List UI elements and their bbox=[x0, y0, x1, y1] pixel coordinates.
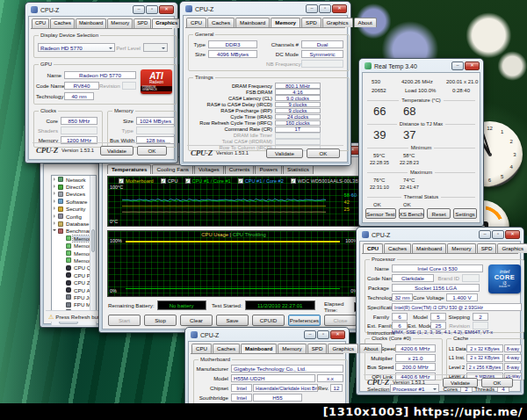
cpuz-tab[interactable]: Mainboard bbox=[412, 243, 446, 253]
checkbox-checked-icon[interactable]: ✓ bbox=[119, 178, 124, 184]
minimize-button[interactable]: – bbox=[133, 5, 145, 14]
cpuz-titlebar[interactable]: CPU-Z – ▫ ✕ bbox=[185, 328, 349, 341]
checkbox-checked-icon[interactable]: ✓ bbox=[291, 178, 296, 184]
validate-button[interactable]: Validate bbox=[443, 378, 478, 387]
close-button[interactable]: ✕ bbox=[465, 62, 480, 70]
cpuz-tab[interactable]: CPU bbox=[32, 18, 49, 28]
close-button[interactable]: ✕ bbox=[330, 330, 345, 339]
scrollbar-thumb[interactable] bbox=[91, 229, 95, 252]
cpuz-tab[interactable]: About bbox=[354, 18, 377, 27]
monitor-button[interactable]: Clear bbox=[180, 315, 213, 326]
cpuz-tab[interactable]: Graphics bbox=[497, 243, 527, 253]
realtemp-button[interactable]: XS Bench bbox=[399, 208, 425, 219]
cpuz-tab[interactable]: About bbox=[359, 344, 382, 353]
monitor-button[interactable]: Close bbox=[324, 315, 357, 326]
mem-type-value: DDR3 bbox=[208, 40, 257, 48]
checkbox-checked-icon[interactable]: ✓ bbox=[185, 178, 191, 184]
twisty-icon[interactable] bbox=[61, 265, 65, 270]
perf-level-dropdown[interactable] bbox=[143, 43, 168, 52]
cpuz-tab[interactable]: CPU bbox=[186, 18, 206, 27]
realtemp-titlebar[interactable]: Real Temp 3.40 – ✕ bbox=[359, 59, 483, 72]
cpuz-tab[interactable]: CPU bbox=[191, 344, 212, 353]
desktop: 121234567891011 Network bbox=[0, 0, 527, 403]
cpuz-tab[interactable]: SPD bbox=[307, 344, 328, 353]
checkbox-checked-icon[interactable]: ✓ bbox=[161, 178, 166, 184]
twisty-icon[interactable] bbox=[53, 185, 57, 189]
ok-button[interactable]: OK bbox=[481, 378, 513, 387]
minimize-button[interactable]: – bbox=[479, 230, 491, 239]
twisty-icon[interactable] bbox=[53, 228, 57, 233]
cpuz-tab[interactable]: Mainboard bbox=[235, 18, 270, 27]
checkbox-checked-icon[interactable]: ✓ bbox=[238, 178, 243, 184]
cpuz-tab[interactable]: Caches bbox=[50, 18, 75, 28]
monitor-button[interactable]: Stop bbox=[144, 315, 177, 326]
cpuz-titlebar[interactable]: CPU-Z – ▫ ✕ bbox=[357, 228, 523, 241]
realtemp-button[interactable]: Reset bbox=[427, 208, 451, 219]
monitor-tab[interactable]: Temperatures bbox=[107, 164, 151, 174]
maximize-button[interactable]: ▫ bbox=[492, 230, 504, 239]
cpuz-tab[interactable]: Caches bbox=[213, 344, 240, 353]
twisty-icon[interactable] bbox=[53, 192, 57, 196]
twisty-icon[interactable] bbox=[61, 288, 65, 293]
legend-item[interactable]: ✓ CPU #1 / Core #1 bbox=[185, 178, 231, 184]
minimize-button[interactable]: – bbox=[306, 4, 318, 13]
close-button[interactable]: ✕ bbox=[159, 5, 174, 14]
cpuz-tab[interactable]: SPD bbox=[301, 18, 321, 27]
cpuz-tab[interactable]: CPU bbox=[363, 243, 383, 253]
legend-item[interactable]: ✓ WDC WD5001AALS-00L3B2 bbox=[291, 178, 361, 184]
cpuz-tab[interactable]: Memory bbox=[447, 243, 475, 253]
monitor-button[interactable]: Save bbox=[216, 315, 249, 326]
minimize-button[interactable]: – bbox=[304, 330, 316, 339]
twisty-icon[interactable] bbox=[61, 280, 65, 285]
validate-button[interactable]: Validate bbox=[100, 146, 134, 156]
cpuz-titlebar[interactable]: CPU-Z – ▫ ✕ bbox=[180, 2, 350, 15]
realtemp-button[interactable]: Settings bbox=[453, 208, 477, 219]
legend-item[interactable]: ✓ Motherboard bbox=[119, 178, 154, 184]
monitor-button[interactable]: Preferences bbox=[288, 315, 321, 326]
cpuz-tab[interactable]: Memory bbox=[107, 18, 133, 28]
cpuz-tab[interactable]: Graphics bbox=[322, 18, 353, 27]
twisty-icon[interactable] bbox=[61, 243, 65, 248]
maximize-button[interactable]: ▫ bbox=[146, 5, 158, 14]
southbridge-label: Southbridge bbox=[196, 395, 231, 401]
cpuz-tab[interactable]: Caches bbox=[384, 243, 411, 253]
cpuz-tab[interactable]: Memory bbox=[271, 18, 300, 27]
twisty-icon[interactable] bbox=[53, 214, 57, 219]
cpuz-tab[interactable]: Caches bbox=[207, 18, 235, 27]
cpuz-tab[interactable]: Mainboard bbox=[241, 344, 277, 353]
tree-vertical-scrollbar[interactable] bbox=[90, 176, 96, 317]
monitor-button[interactable]: Start bbox=[108, 315, 141, 326]
twisty-icon[interactable] bbox=[61, 302, 65, 307]
maximize-button[interactable]: ▫ bbox=[317, 330, 329, 339]
cpuz-tab[interactable]: SPD bbox=[477, 243, 497, 253]
twisty-icon[interactable] bbox=[53, 206, 57, 211]
ok-button[interactable]: OK bbox=[307, 148, 340, 158]
twisty-icon[interactable] bbox=[61, 236, 65, 241]
ok-button[interactable]: OK bbox=[137, 146, 167, 156]
cpuz-tab[interactable]: SPD bbox=[134, 18, 151, 28]
cpuz-tab[interactable]: Graphics bbox=[328, 344, 358, 353]
cpuz-tab[interactable]: Memory bbox=[278, 344, 306, 353]
twisty-icon[interactable] bbox=[53, 177, 57, 182]
display-device-dropdown[interactable]: Radeon HD 5770 bbox=[38, 43, 115, 52]
maximize-button[interactable]: ▫ bbox=[319, 4, 331, 13]
realtemp-button[interactable]: Sensor Test bbox=[365, 208, 396, 219]
legend-item[interactable]: ✓ CPU #1 / Core #2 bbox=[238, 178, 284, 184]
twisty-icon[interactable] bbox=[53, 199, 57, 204]
validate-button[interactable]: Validate bbox=[266, 148, 303, 158]
close-button[interactable]: ✕ bbox=[332, 4, 347, 13]
twisty-icon[interactable] bbox=[53, 221, 57, 226]
twisty-icon[interactable] bbox=[61, 258, 65, 263]
monitor-button[interactable]: CPUID bbox=[252, 315, 285, 326]
twisty-icon[interactable] bbox=[61, 251, 65, 256]
legend-item[interactable]: ✓ CPU bbox=[161, 178, 178, 184]
minimize-button[interactable]: – bbox=[451, 62, 464, 70]
twisty-icon[interactable] bbox=[61, 273, 65, 278]
cpuz-tab[interactable]: Mainboard bbox=[76, 18, 106, 28]
close-button[interactable]: ✕ bbox=[505, 230, 520, 239]
twisty-icon[interactable] bbox=[61, 295, 65, 300]
intel-logo-text: inside™ bbox=[499, 286, 510, 289]
cpuz-tab[interactable]: Graphics bbox=[152, 18, 181, 28]
legend-label: CPU bbox=[168, 178, 178, 184]
cpuz-titlebar[interactable]: CPU-Z – ▫ ✕ bbox=[25, 3, 177, 16]
